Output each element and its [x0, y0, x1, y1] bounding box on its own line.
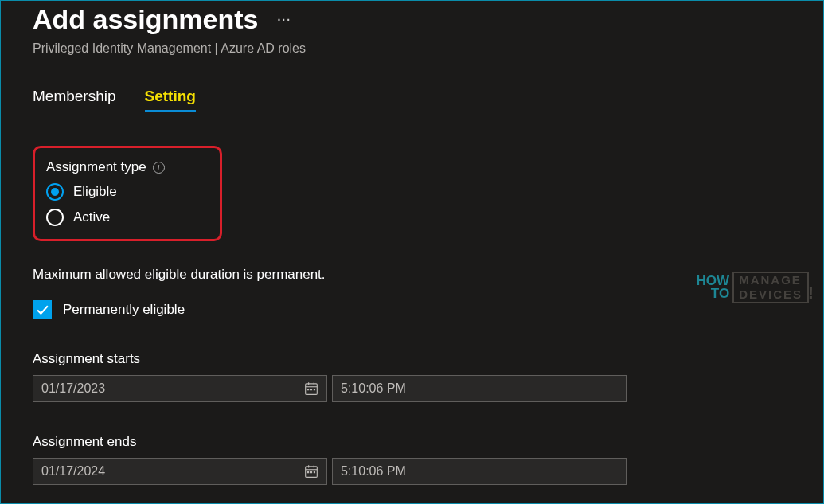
radio-icon [46, 209, 64, 226]
calendar-icon [304, 381, 318, 396]
breadcrumb: Privileged Identity Management | Azure A… [33, 41, 791, 56]
info-icon[interactable]: i [153, 162, 165, 174]
assignment-starts-time-value: 5:10:06 PM [341, 381, 406, 396]
assignment-ends-section: Assignment ends 01/17/2024 5:10:06 PM [33, 434, 791, 485]
assignment-type-radio-group: Eligible Active [46, 183, 209, 226]
checkmark-icon [36, 303, 49, 317]
assignment-starts-date[interactable]: 01/17/2023 [33, 375, 327, 402]
svg-rect-4 [307, 389, 309, 390]
radio-eligible[interactable]: Eligible [46, 183, 209, 201]
assignment-ends-time-value: 5:10:06 PM [341, 464, 406, 479]
radio-icon [46, 183, 64, 201]
assignment-ends-label: Assignment ends [33, 434, 791, 450]
assignment-ends-date-value: 01/17/2024 [41, 464, 105, 479]
svg-rect-11 [307, 471, 309, 473]
tabs: Membership Setting [33, 88, 791, 112]
calendar-icon [304, 464, 318, 479]
svg-rect-5 [310, 389, 312, 390]
assignment-ends-date[interactable]: 01/17/2024 [33, 458, 327, 485]
assignment-starts-date-value: 01/17/2023 [41, 381, 105, 396]
watermark-manage: MANAGE [734, 273, 807, 287]
permanently-eligible-checkbox[interactable] [33, 300, 52, 319]
watermark-to: TO [697, 287, 730, 300]
eligible-duration-info: Maximum allowed eligible duration is per… [33, 267, 791, 283]
assignment-starts-section: Assignment starts 01/17/2023 5:10:06 PM [33, 351, 791, 402]
assignment-type-label-text: Assignment type [46, 159, 146, 175]
permanently-eligible-label: Permanently eligible [63, 302, 185, 318]
assignment-starts-label: Assignment starts [33, 351, 791, 367]
radio-eligible-label: Eligible [73, 184, 117, 200]
watermark-logo: HOW TO MANAGE DEVICES [697, 272, 809, 303]
radio-active-label: Active [73, 209, 110, 225]
page-title: Add assignments ··· [33, 4, 791, 35]
tab-setting[interactable]: Setting [145, 88, 196, 112]
assignment-starts-time[interactable]: 5:10:06 PM [332, 375, 627, 402]
more-icon[interactable]: ··· [277, 14, 291, 26]
svg-rect-6 [314, 389, 315, 390]
tab-membership[interactable]: Membership [33, 88, 116, 112]
permanently-eligible-row: Permanently eligible [33, 300, 791, 319]
svg-rect-12 [310, 471, 312, 473]
radio-active[interactable]: Active [46, 209, 209, 226]
watermark-devices: DEVICES [734, 287, 807, 302]
page-title-text: Add assignments [33, 4, 258, 35]
assignment-type-label: Assignment type i [46, 159, 209, 175]
svg-rect-13 [314, 471, 315, 473]
assignment-type-section: Assignment type i Eligible Active [33, 146, 222, 241]
assignment-ends-time[interactable]: 5:10:06 PM [332, 458, 627, 485]
